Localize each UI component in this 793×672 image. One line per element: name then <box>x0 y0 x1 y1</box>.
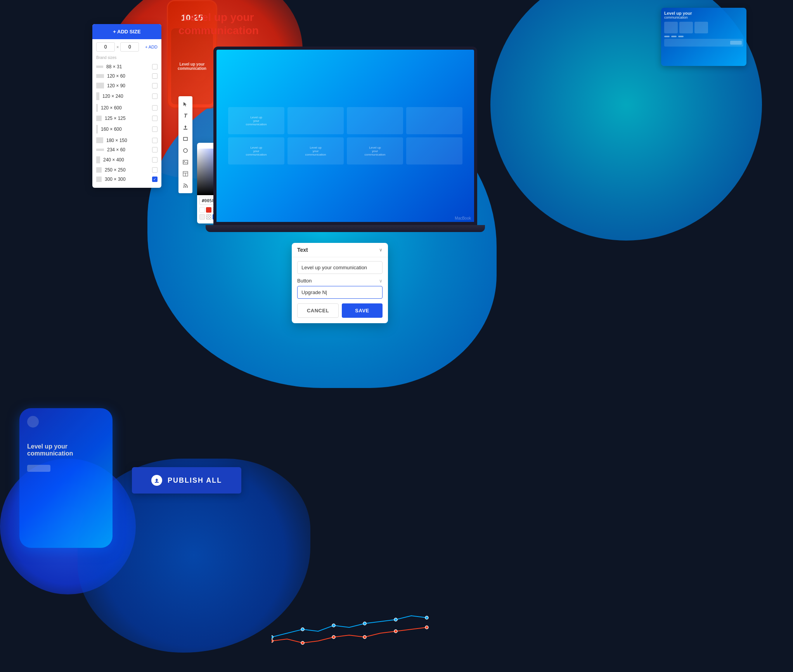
save-button[interactable]: SAVE <box>342 303 383 318</box>
brand-sizes-label: Brand sizes <box>92 55 161 62</box>
swatch-light-gray[interactable] <box>199 214 205 220</box>
size-checkbox[interactable] <box>152 147 158 152</box>
list-item[interactable]: 234 × 60 <box>92 145 161 154</box>
size-checkbox[interactable] <box>152 116 158 121</box>
dialog-title: Text <box>297 247 308 253</box>
size-x-separator: × <box>116 45 119 49</box>
width-input[interactable] <box>96 42 115 52</box>
size-thumb <box>96 125 98 133</box>
button-section-chevron[interactable]: ∨ <box>379 278 383 284</box>
size-checkbox[interactable] <box>152 126 158 132</box>
size-checkbox[interactable] <box>152 167 158 173</box>
phone-button <box>27 465 50 472</box>
size-checkbox[interactable] <box>152 83 158 88</box>
swatch-white[interactable] <box>199 207 205 213</box>
size-checkbox[interactable] <box>152 73 158 79</box>
dialog-text-input[interactable] <box>297 261 383 274</box>
list-item[interactable]: 300 × 300 ✓ <box>92 175 161 184</box>
tool-rect[interactable] <box>180 133 191 144</box>
size-thumb <box>96 83 104 88</box>
tool-upload[interactable] <box>180 122 191 133</box>
svg-point-12 <box>272 639 273 643</box>
tool-layout[interactable] <box>180 168 191 179</box>
tool-image[interactable] <box>180 157 191 168</box>
svg-point-5 <box>184 187 185 188</box>
list-item[interactable]: 180 × 150 <box>92 135 161 145</box>
svg-point-3 <box>184 161 185 162</box>
add-size-panel: + ADD SIZE × + ADD Brand sizes 88 × 31 1… <box>92 24 161 188</box>
tool-text[interactable]: T <box>180 110 191 121</box>
laptop-card: Level upyourcommunication <box>228 107 284 134</box>
tool-circle[interactable] <box>180 145 191 156</box>
size-thumb <box>96 167 102 173</box>
laptop-screen-inner: Level upyourcommunication Level upyourco… <box>216 50 474 222</box>
list-item[interactable]: 120 × 90 <box>92 81 161 90</box>
laptop-card: Level upyourcommunication <box>228 137 284 165</box>
list-item[interactable]: 125 × 125 <box>92 114 161 123</box>
size-checkbox[interactable] <box>152 64 158 69</box>
svg-point-17 <box>425 626 428 629</box>
laptop-screen: Level upyourcommunication Level upyourco… <box>213 47 477 225</box>
size-checkbox[interactable] <box>152 105 158 111</box>
mini-screenshot-subtitle: communication <box>664 16 743 19</box>
size-thumb <box>96 137 103 143</box>
publish-all-button[interactable]: PUBLISH ALL <box>132 467 241 494</box>
size-checkbox-checked[interactable]: ✓ <box>152 177 158 182</box>
list-item[interactable]: 120 × 240 <box>92 90 161 102</box>
size-thumb <box>96 74 104 78</box>
swatch-checker2[interactable] <box>206 214 211 220</box>
dialog-chevron-icon[interactable]: ∨ <box>379 247 383 253</box>
svg-point-6 <box>272 636 273 639</box>
phone-mockup-left: Level up yourcommunication <box>19 408 113 548</box>
svg-point-14 <box>332 636 335 639</box>
chart-area <box>272 602 435 649</box>
dialog-header: Text ∨ <box>292 243 388 257</box>
dialog-actions: CANCEL SAVE <box>297 303 383 319</box>
dialog-body: Button ∨ CANCEL SAVE <box>292 257 388 323</box>
svg-point-15 <box>363 636 366 639</box>
list-item[interactable]: 160 × 600 <box>92 123 161 135</box>
laptop-card <box>287 107 344 134</box>
svg-point-10 <box>394 618 397 621</box>
laptop-mockup: Level upyourcommunication Level upyourco… <box>213 47 485 272</box>
size-checkbox[interactable] <box>152 94 158 99</box>
publish-all-label: PUBLISH ALL <box>168 476 222 485</box>
list-item[interactable]: 120 × 60 <box>92 71 161 81</box>
svg-point-7 <box>301 628 304 631</box>
height-input[interactable] <box>120 42 139 52</box>
svg-point-13 <box>301 641 304 644</box>
laptop-brand: MacBook <box>455 216 471 220</box>
svg-rect-0 <box>184 137 187 140</box>
tool-rss[interactable] <box>180 180 191 191</box>
size-thumb <box>96 116 102 121</box>
dialog-section-label: Button ∨ <box>297 278 383 284</box>
tool-cursor[interactable] <box>180 99 191 109</box>
size-thumb <box>96 104 98 112</box>
swatch-red[interactable] <box>206 207 211 213</box>
laptop-card: Level upyourcommunication <box>287 137 344 165</box>
size-thumb <box>96 177 102 182</box>
size-thumb <box>96 66 103 68</box>
laptop-card <box>406 107 462 134</box>
list-item[interactable]: 250 × 250 <box>92 165 161 175</box>
size-checkbox[interactable] <box>152 157 158 163</box>
cancel-button[interactable]: CANCEL <box>297 303 339 318</box>
chart-svg <box>272 602 435 649</box>
size-thumb <box>96 156 100 163</box>
text-dialog: Text ∨ Button ∨ CANCEL SAVE <box>292 243 388 323</box>
add-link[interactable]: + ADD <box>145 45 158 49</box>
dialog-button-input[interactable] <box>297 286 383 299</box>
size-checkbox[interactable] <box>152 138 158 143</box>
list-item[interactable]: 88 × 31 <box>92 62 161 71</box>
red-headline: Level up your communication <box>178 11 259 37</box>
laptop-base <box>206 225 485 232</box>
list-item[interactable]: 240 × 400 <box>92 154 161 165</box>
phone-avatar <box>27 416 39 428</box>
list-item[interactable]: 120 × 600 <box>92 102 161 114</box>
phone-red-text: Level up yourcommunication <box>178 62 206 71</box>
laptop-card: Level upyourcommunication <box>347 137 403 165</box>
add-size-button[interactable]: + ADD SIZE <box>92 24 161 39</box>
publish-icon <box>151 475 162 486</box>
laptop-card <box>406 137 462 165</box>
mini-screenshot: Level up your communication <box>661 8 746 66</box>
